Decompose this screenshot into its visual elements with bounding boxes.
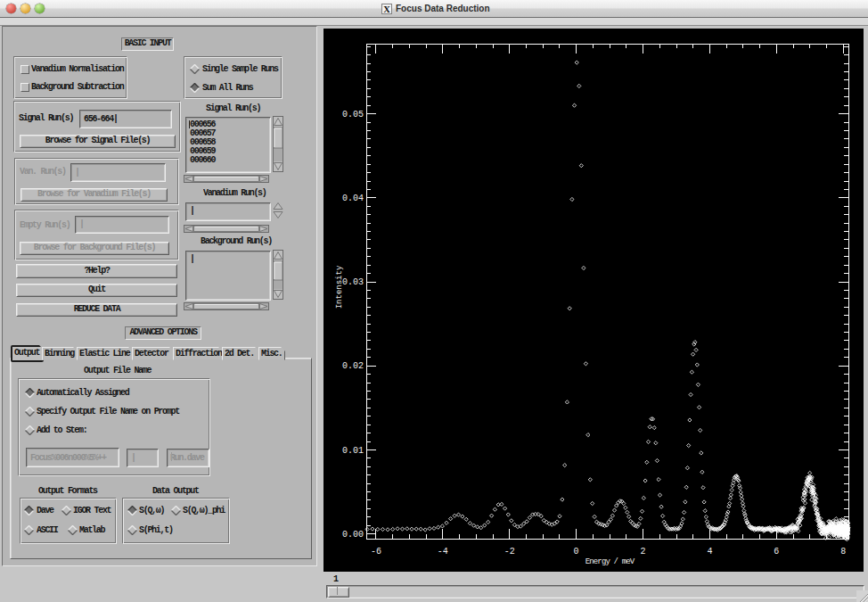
svg-text:0.04: 0.04: [342, 194, 364, 203]
svg-text:8: 8: [840, 547, 846, 557]
svg-text:Intensity: Intensity: [335, 265, 344, 309]
svg-text:X: X: [383, 4, 390, 14]
svg-text:-2: -2: [504, 547, 515, 557]
svg-text:0.05: 0.05: [342, 110, 364, 120]
svg-text:-4: -4: [438, 547, 448, 557]
svg-text:-6: -6: [371, 547, 381, 557]
svg-text:0.01: 0.01: [342, 446, 364, 456]
svg-text:0: 0: [574, 547, 579, 557]
svg-text:0.02: 0.02: [342, 361, 364, 371]
svg-text:4: 4: [707, 547, 712, 557]
svg-text:Energy / meV: Energy / meV: [585, 557, 635, 566]
svg-text:0.03: 0.03: [342, 277, 364, 287]
svg-text:0.00: 0.00: [342, 530, 364, 540]
svg-text:2: 2: [640, 547, 645, 557]
svg-text:6: 6: [774, 547, 779, 557]
